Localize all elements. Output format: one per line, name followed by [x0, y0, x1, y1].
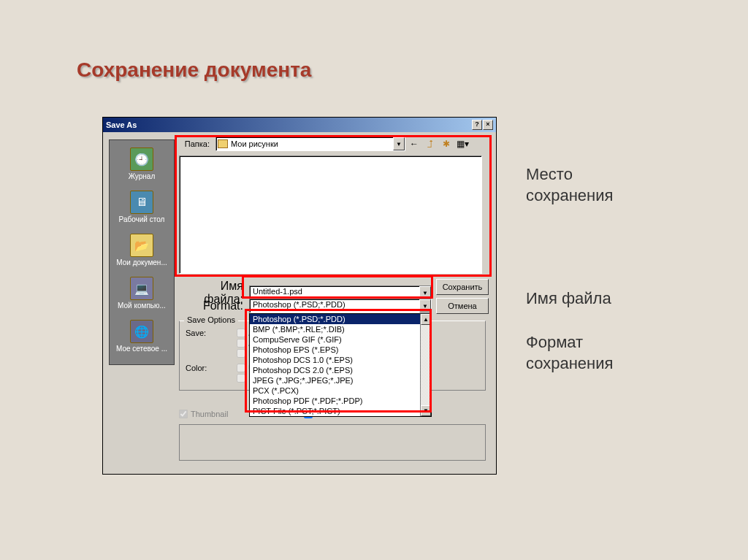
slide-title: Сохранение документа — [77, 58, 311, 82]
titlebar[interactable]: Save As ? × — [103, 118, 496, 132]
sidebar-item-network[interactable]: 🌐 Мое сетевое ... — [110, 317, 174, 360]
save-row-label: Save: — [186, 329, 237, 359]
chevron-down-icon[interactable]: ▼ — [419, 299, 431, 312]
scroll-track[interactable] — [421, 325, 431, 405]
format-option[interactable]: Photoshop DCS 1.0 (*.EPS) — [250, 355, 431, 365]
save-button[interactable]: Сохранить — [436, 279, 489, 295]
chevron-down-icon[interactable]: ▼ — [393, 137, 405, 150]
annotation-location: Местосохранения — [526, 164, 613, 206]
view-menu-button[interactable]: ▦▾ — [455, 137, 470, 151]
close-button[interactable]: × — [483, 120, 493, 130]
sidebar-item-label: Мои докумен... — [111, 258, 172, 266]
sidebar-item-documents[interactable]: 📂 Мои докумен... — [110, 231, 174, 274]
computer-icon: 💻 — [130, 277, 153, 300]
format-label: Format: — [179, 299, 249, 312]
sidebar-item-label: Рабочий стол — [111, 215, 172, 223]
save-as-dialog: Save As ? × Папка: Мои рисунки ▼ ← ⮥ ✱ ▦… — [102, 117, 497, 475]
documents-icon: 📂 — [130, 234, 153, 257]
sidebar-item-computer[interactable]: 💻 Мой компью... — [110, 274, 174, 317]
dialog-title: Save As — [106, 120, 137, 129]
history-icon: 🕘 — [130, 147, 153, 171]
help-button[interactable]: ? — [472, 120, 482, 130]
sidebar-item-history[interactable]: 🕘 Журнал — [110, 145, 174, 188]
annotation-filename: Имя файла — [526, 288, 611, 310]
folder-icon — [218, 139, 228, 148]
sidebar-item-label: Мое сетевое ... — [111, 345, 172, 353]
folder-label: Папка: — [179, 139, 215, 148]
folder-dropdown[interactable]: Мои рисунки ▼ — [215, 137, 405, 151]
scrollbar[interactable]: ▲ ▼ — [420, 314, 431, 416]
format-option[interactable]: Photoshop DCS 2.0 (*.EPS) — [250, 365, 431, 375]
chevron-down-icon[interactable]: ▼ — [419, 286, 431, 299]
thumbnail-label: Thumbnail — [191, 410, 228, 418]
filename-input[interactable]: Untitled-1.psd ▼ — [249, 285, 432, 300]
filename-value: Untitled-1.psd — [253, 287, 302, 296]
format-dropdown[interactable]: Photoshop (*.PSD;*.PDD) ▼ — [249, 299, 432, 313]
save-options-title: Save Options — [184, 315, 238, 324]
format-value: Photoshop (*.PSD;*.PDD) — [253, 300, 346, 309]
back-button[interactable]: ← — [407, 137, 421, 151]
places-sidebar: 🕘 Журнал 🖥 Рабочий стол 📂 Мои докумен...… — [109, 139, 175, 365]
format-option[interactable]: BMP (*.BMP;*.RLE;*.DIB) — [250, 324, 431, 334]
new-folder-button[interactable]: ✱ — [439, 137, 454, 151]
sidebar-item-desktop[interactable]: 🖥 Рабочий стол — [110, 188, 174, 231]
up-folder-button[interactable]: ⮥ — [423, 137, 438, 151]
cancel-button[interactable]: Отмена — [436, 298, 489, 314]
warning-area — [179, 424, 486, 461]
format-option[interactable]: PCX (*.PCX) — [250, 386, 431, 396]
annotation-format: Форматсохранения — [526, 332, 613, 374]
folder-value: Мои рисунки — [231, 139, 278, 148]
format-option[interactable]: JPEG (*.JPG;*.JPEG;*.JPE) — [250, 375, 431, 386]
checkbox-thumbnail[interactable]: Thumbnail — [179, 410, 228, 418]
format-option[interactable]: Photoshop (*.PSD;*.PDD) — [250, 314, 431, 324]
sidebar-item-label: Мой компью... — [111, 302, 172, 310]
format-option[interactable]: Photoshop EPS (*.EPS) — [250, 345, 431, 355]
format-option[interactable]: CompuServe GIF (*.GIF) — [250, 334, 431, 345]
scroll-down-icon[interactable]: ▼ — [421, 405, 431, 416]
desktop-icon: 🖥 — [130, 191, 153, 214]
file-list-pane[interactable] — [179, 156, 482, 274]
scroll-up-icon[interactable]: ▲ — [421, 314, 431, 325]
sidebar-item-label: Журнал — [111, 172, 172, 180]
format-option[interactable]: PICT File (*.PCT;*.PICT) — [250, 406, 431, 416]
format-dropdown-list[interactable]: Photoshop (*.PSD;*.PDD) BMP (*.BMP;*.RLE… — [249, 313, 432, 417]
network-icon: 🌐 — [130, 320, 153, 343]
color-row-label: Color: — [186, 364, 237, 384]
format-option[interactable]: Photoshop PDF (*.PDF;*.PDP) — [250, 396, 431, 406]
